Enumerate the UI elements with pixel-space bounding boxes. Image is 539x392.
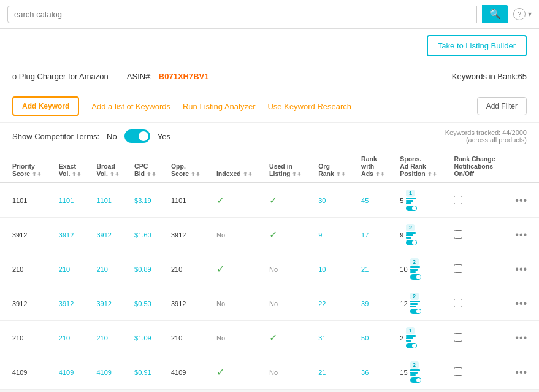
competitor-yes: Yes xyxy=(158,132,170,141)
exact-link[interactable]: 4109 xyxy=(59,369,74,376)
rank-bars xyxy=(406,198,417,211)
add-keyword-button[interactable]: Add Keyword xyxy=(12,96,79,116)
exact-cell: 3912 xyxy=(54,286,92,321)
broad-link[interactable]: 1101 xyxy=(96,197,111,204)
rank-toggle[interactable] xyxy=(410,377,421,383)
org-rank-link[interactable]: 22 xyxy=(318,300,326,307)
row-actions-button[interactable]: ••• xyxy=(513,332,530,344)
rank-toggle[interactable] xyxy=(410,274,421,280)
exact-link[interactable]: 210 xyxy=(59,266,70,273)
rank-ads-link[interactable]: 36 xyxy=(361,369,369,376)
exact-link[interactable]: 210 xyxy=(59,334,70,342)
listing-builder-button[interactable]: Take to Listing Builder xyxy=(427,35,527,56)
row-actions-button[interactable]: ••• xyxy=(513,195,530,206)
exact-cell: 210 xyxy=(54,252,92,286)
run-analyzer-button[interactable]: Run Listing Analyzer xyxy=(183,102,256,111)
broad-cell: 210 xyxy=(91,321,129,355)
col-spons: Spons.Ad RankPosition ⬆⬇ xyxy=(395,150,449,183)
row-actions-button[interactable]: ••• xyxy=(513,229,530,240)
spons-rank-value: 10 xyxy=(400,266,407,273)
competitor-toggle[interactable] xyxy=(124,129,150,143)
org-rank-link[interactable]: 30 xyxy=(318,197,326,204)
opp-cell: 3912 xyxy=(166,218,212,252)
opp-cell: 4109 xyxy=(166,355,212,390)
indexed-cell: ✓ xyxy=(212,355,264,390)
rank-toggle[interactable] xyxy=(406,240,417,245)
org-rank-link[interactable]: 10 xyxy=(318,266,326,273)
table-row: 3912 3912 3912 $0.50 3912 No No 22 39 12… xyxy=(0,286,539,321)
broad-link[interactable]: 4109 xyxy=(96,369,111,376)
search-button[interactable]: 🔍 xyxy=(482,5,508,23)
broad-link[interactable]: 210 xyxy=(96,334,107,342)
notification-checkbox[interactable] xyxy=(454,299,462,307)
broad-cell: 1101 xyxy=(91,183,129,218)
table-row: 3912 3912 3912 $1.60 3912 No ✓ 9 17 9 2 xyxy=(0,218,539,252)
spons-rank-value: 5 xyxy=(400,197,403,204)
rank-toggle[interactable] xyxy=(410,309,421,314)
org-rank-cell: 10 xyxy=(313,252,356,286)
spons-badge: 2 xyxy=(410,361,419,369)
broad-cell: 3912 xyxy=(91,286,129,321)
col-broad: BroadVol. ⬆⬇ xyxy=(91,150,129,183)
exact-link[interactable]: 3912 xyxy=(59,231,74,239)
rank-ads-cell: 36 xyxy=(356,355,395,390)
rank-ads-link[interactable]: 21 xyxy=(361,266,369,273)
table-container: PriorityScore ⬆⬇ ExactVol. ⬆⬇ BroadVol. … xyxy=(0,150,539,390)
notification-checkbox[interactable] xyxy=(454,230,462,239)
notification-cell xyxy=(449,183,508,218)
spons-rank-value: 12 xyxy=(400,300,407,307)
table-row: 210 210 210 $0.89 210 ✓ No 10 21 10 2 xyxy=(0,252,539,286)
notification-checkbox[interactable] xyxy=(454,196,462,204)
org-rank-link[interactable]: 9 xyxy=(318,231,322,239)
dropdown-chevron[interactable]: ▾ xyxy=(528,10,532,18)
spons-rank-value: 2 xyxy=(400,334,403,342)
indexed-no: No xyxy=(216,300,225,307)
help-icon[interactable]: ? xyxy=(513,8,526,20)
spons-rank-cell: 5 1 xyxy=(395,183,449,218)
rank-ads-link[interactable]: 45 xyxy=(361,197,369,204)
notification-cell xyxy=(449,355,508,390)
used-check: ✓ xyxy=(269,332,277,343)
search-input[interactable] xyxy=(7,6,477,23)
indexed-check: ✓ xyxy=(216,195,224,206)
notification-checkbox[interactable] xyxy=(454,264,462,273)
rank-ads-link[interactable]: 50 xyxy=(361,334,369,342)
priority-cell: 3912 xyxy=(0,218,54,252)
add-list-button[interactable]: Add a list of Keywords xyxy=(91,102,170,111)
table-row: 210 210 210 $1.09 210 No ✓ 31 50 2 1 xyxy=(0,321,539,355)
col-actions xyxy=(508,150,539,183)
notification-checkbox[interactable] xyxy=(454,367,462,376)
exact-link[interactable]: 3912 xyxy=(59,300,74,307)
use-research-button[interactable]: Use Keyword Research xyxy=(267,102,351,111)
row-actions-button[interactable]: ••• xyxy=(513,298,530,309)
priority-cell: 1101 xyxy=(0,183,54,218)
used-check: ✓ xyxy=(269,195,277,206)
org-rank-link[interactable]: 31 xyxy=(318,334,326,342)
spons-rank-value: 15 xyxy=(400,369,407,376)
rank-toggle[interactable] xyxy=(406,343,417,348)
rank-bars xyxy=(406,335,417,348)
org-rank-link[interactable]: 21 xyxy=(318,369,326,376)
rank-ads-link[interactable]: 39 xyxy=(361,300,369,307)
exact-cell: 1101 xyxy=(54,183,92,218)
broad-link[interactable]: 210 xyxy=(96,266,107,273)
rank-bars xyxy=(410,266,421,280)
col-cpc: CPCBid ⬆⬇ xyxy=(129,150,166,183)
actions-cell: ••• xyxy=(508,355,539,390)
col-indexed: Indexed ⬆⬇ xyxy=(212,150,264,183)
add-filter-button[interactable]: Add Filter xyxy=(477,97,527,115)
product-name: o Plug Charger for Amazon xyxy=(12,72,109,81)
exact-link[interactable]: 1101 xyxy=(59,197,74,204)
broad-link[interactable]: 3912 xyxy=(96,231,111,239)
broad-link[interactable]: 3912 xyxy=(96,300,111,307)
org-rank-cell: 21 xyxy=(313,355,356,390)
row-actions-button[interactable]: ••• xyxy=(513,264,530,275)
row-actions-button[interactable]: ••• xyxy=(513,367,530,378)
notification-checkbox[interactable] xyxy=(454,333,462,342)
rank-ads-link[interactable]: 17 xyxy=(361,231,369,239)
spons-rank-value: 9 xyxy=(400,231,403,239)
col-priority: PriorityScore ⬆⬇ xyxy=(0,150,54,183)
rank-toggle[interactable] xyxy=(406,206,417,211)
broad-cell: 4109 xyxy=(91,355,129,390)
asin-link[interactable]: B071XH7BV1 xyxy=(159,72,209,81)
